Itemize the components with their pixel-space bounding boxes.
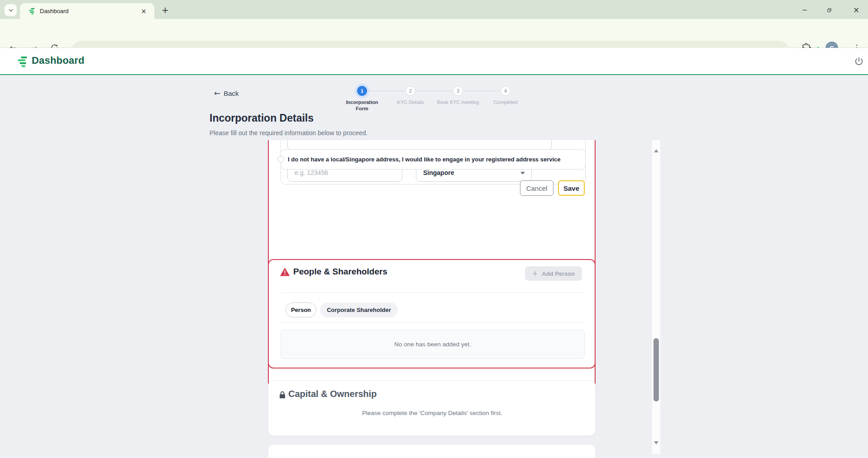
step-label-2: KYC Details	[388, 99, 433, 105]
back-label: Back	[224, 90, 238, 97]
section-divider	[281, 322, 585, 323]
section-divider	[281, 293, 585, 293]
capital-section-message: Please complete the 'Company Details' se…	[280, 410, 584, 416]
browser-tab-strip: Dashboard × + − ×	[0, 0, 868, 19]
power-icon[interactable]	[854, 56, 864, 67]
registered-address-notice: I do not have a local/Singapore address,…	[281, 149, 586, 170]
back-arrow-icon: ←	[214, 89, 220, 98]
step-circle-2[interactable]: 2	[405, 86, 415, 96]
tab-corporate-shareholder[interactable]: Corporate Shareholder	[320, 302, 398, 317]
back-link[interactable]: ← Back	[214, 89, 239, 98]
step-connector	[368, 90, 405, 91]
scrollbar-track[interactable]	[652, 140, 660, 454]
tab-person[interactable]: Person	[286, 302, 316, 317]
chevron-down-icon	[8, 8, 14, 13]
people-section-heading: People & Shareholders	[293, 267, 387, 277]
app-logo-icon	[16, 55, 29, 68]
registered-address-checkbox[interactable]	[277, 156, 284, 163]
step-circle-3[interactable]: 3	[453, 86, 463, 96]
browser-toolbar: ← → dashboard.xion.ai/onboarding C ⋮	[0, 19, 868, 48]
step-circle-4[interactable]: 4	[501, 86, 510, 96]
window-close-icon[interactable]: ×	[852, 5, 861, 14]
window-maximize-icon[interactable]	[825, 5, 834, 14]
notice-text: I do not have a local/Singapore address,…	[288, 156, 561, 163]
step-label-3: Book KYC meeting	[435, 99, 481, 105]
capital-section-heading: Capital & Ownership	[288, 389, 377, 399]
step-circle-1[interactable]: 1	[357, 86, 367, 96]
save-button[interactable]: Save	[558, 180, 585, 196]
new-tab-button[interactable]: +	[159, 4, 171, 16]
warning-icon	[280, 268, 290, 276]
page-title: Incorporation Details	[210, 112, 314, 124]
step-connector	[464, 90, 500, 91]
page-subtitle: Please fill out the required information…	[210, 129, 367, 137]
tab-search-button[interactable]	[5, 4, 17, 16]
next-section-card	[268, 444, 596, 458]
window-minimize-icon[interactable]: −	[800, 5, 809, 14]
tab-close-icon[interactable]: ×	[139, 7, 148, 15]
country-value: Singapore	[423, 169, 454, 176]
plus-icon: +	[532, 269, 538, 278]
tab-title: Dashboard	[40, 8, 69, 14]
chevron-down-icon	[520, 172, 525, 175]
scroll-down-icon[interactable]	[654, 441, 658, 444]
form-scroll-area: Postal Code * Country * Singapore I do n…	[0, 140, 868, 458]
scroll-up-icon[interactable]	[654, 149, 658, 152]
app-header: Dashboard	[0, 48, 868, 75]
app-title: Dashboard	[32, 55, 85, 66]
empty-state: No one has been added yet.	[281, 330, 585, 359]
brand-logo-icon	[28, 7, 36, 15]
browser-tab[interactable]: Dashboard ×	[20, 3, 154, 19]
people-shareholders-card: People & Shareholders + Add Person Perso…	[268, 259, 596, 368]
lock-icon	[279, 391, 286, 399]
add-person-button[interactable]: + Add Person	[525, 266, 582, 281]
step-label-4: Completed	[483, 99, 528, 105]
step-connector	[416, 90, 452, 91]
scrollbar-thumb[interactable]	[653, 338, 659, 401]
restore-icon	[826, 7, 832, 13]
cancel-button[interactable]: Cancel	[520, 180, 553, 196]
step-label-1: Incorporation Form	[339, 99, 385, 112]
capital-ownership-card: Capital & Ownership Please complete the …	[268, 380, 596, 436]
